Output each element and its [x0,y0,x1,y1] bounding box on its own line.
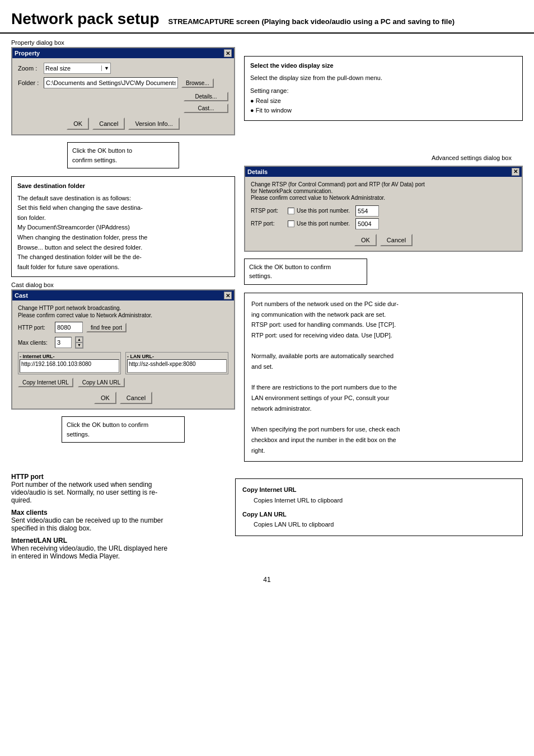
property-buttons-row: OK Cancel Version Info... [18,118,228,130]
browse-button[interactable]: Browse... [181,78,214,88]
spinner-up[interactable]: ▲ [76,337,83,342]
right-column: Select the video display size Select the… [244,39,523,462]
port-info-line-8: If there are restrictions to the port nu… [251,382,516,393]
rtp-checkbox[interactable] [288,220,294,227]
copy-lan-button[interactable]: Copy LAN URL [78,378,125,387]
copy-internet-desc: Copies Internet URL to clipboard [242,495,516,506]
cast-ok-button[interactable]: OK [94,392,116,404]
advanced-close-button[interactable]: ✕ [512,168,519,176]
main-content: Property dialog box Property ✕ Zoom : Re… [0,34,534,467]
max-clients-input[interactable] [55,337,72,348]
copy-buttons-row: Copy Internet URL Copy LAN URL [18,378,228,387]
http-port-label: HTTP port: [18,325,51,331]
page-number: 41 [263,576,270,584]
advanced-annotation-text: Click the OK button to confirm settings. [249,264,331,280]
http-port-line-0: Port number of the network used when sen… [11,481,224,489]
advanced-cancel-button[interactable]: Cancel [380,234,413,246]
spinner-down[interactable]: ▼ [76,342,83,348]
advanced-dialog-title: Details [247,168,268,175]
find-free-port-button[interactable]: find free port [86,323,127,332]
rtp-checkbox-label: Use this port number. [297,220,350,227]
port-info-line-5: Normally, available ports are automatica… [251,351,516,361]
property-cancel-button[interactable]: Cancel [92,118,125,130]
rtsp-value-input[interactable] [355,205,379,217]
property-close-button[interactable]: ✕ [224,49,232,57]
http-port-input[interactable] [55,322,83,333]
advanced-dialog-titlebar: Details ✕ [245,167,522,177]
property-dialog-title: Property [15,50,40,57]
copy-lan-title: Copy LAN URL [242,509,516,520]
max-clients-section: Max clients Sent video/audio can be rece… [11,509,224,532]
rtsp-row: RTSP port: Use this port number. [251,205,516,217]
save-dest-box: Save destination folder The default save… [11,176,235,277]
folder-label: Folder : [18,79,40,86]
property-ok-button[interactable]: OK [67,118,89,130]
page-subtitle: STREAMCAPTURE screen (Playing back video… [168,17,455,26]
bottom-row: HTTP port Port number of the network use… [11,473,523,565]
port-info-line-14: right. [251,445,516,456]
port-info-line-6: and set. [251,361,516,372]
max-clients-spinner[interactable]: ▲ ▼ [75,336,83,349]
advanced-dialog-label: Advanced settings dialog box [244,154,523,161]
zoom-dropdown[interactable]: Real size ▼ [44,63,111,74]
property-dialog-label: Property dialog box [11,39,235,46]
property-version-button[interactable]: Version Info... [128,118,179,130]
bottom-left-descs: HTTP port Port number of the network use… [11,473,224,565]
cast-dialog-title: Cast [15,292,28,299]
setting-range-label: Setting range: [250,86,517,96]
http-port-line-2: quired. [11,496,224,504]
port-info-line-3: RTP port: used for receiving video data.… [251,330,516,341]
cast-desc2: Please confirm correct value to Network … [18,312,228,318]
copy-lan-desc: Copies LAN URL to clipboard [242,519,516,530]
http-port-section: HTTP port Port number of the network use… [11,473,224,504]
advanced-ok-button[interactable]: OK [354,234,377,246]
rtp-value-input[interactable] [355,218,379,229]
advanced-dialog: Details ✕ Change RTSP (for Control Comma… [244,166,523,252]
cast-dialog-label: Cast dialog box [11,281,235,288]
copy-internet-title: Copy Internet URL [242,485,516,495]
http-port-row: HTTP port: find free port [18,322,228,333]
select-video-title: Select the video display size [250,61,517,71]
internet-lan-line-1: in entered in Windows Media Player. [11,552,224,560]
copy-internet-button[interactable]: Copy Internet URL [18,378,73,387]
cast-annotation-text: Click the OK button to confirm settings. [67,421,148,438]
save-dest-title: Save destination folder [17,181,229,191]
port-info-line-10: network administrator. [251,403,516,414]
property-annotation: Click the OK button to confirm settings. [67,142,179,168]
details-button[interactable]: Details... [184,92,228,101]
select-video-box: Select the video display size Select the… [244,56,523,121]
max-clients-label: Max clients: [18,340,51,346]
save-dest-line-4: When changing the destination folder, pr… [17,233,229,243]
select-video-option1: ● Real size [250,96,517,106]
save-dest-line-6: The changed destination folder will be t… [17,252,229,262]
rtsp-checkbox[interactable] [288,208,294,214]
save-dest-line-0: The default save destination is as follo… [17,194,229,204]
port-info-line-2: RTSP port: used for handling commands. U… [251,320,516,330]
url-groups: - Internet URL- http://192.168.100.103:8… [18,352,228,374]
cast-dialog-body: Change HTTP port network broadcasting. P… [12,300,234,408]
cast-ok-cancel-row: OK Cancel [18,392,228,404]
property-dialog-titlebar: Property ✕ [12,48,234,58]
property-dialog: Property ✕ Zoom : Real size ▼ Folder : B… [11,47,235,135]
advanced-ok-cancel-row: OK Cancel [251,234,516,246]
internet-lan-title: Internet/LAN URL [11,537,224,544]
internet-lan-section: Internet/LAN URL When receiving video/au… [11,537,224,560]
cast-desc1: Change HTTP port network broadcasting. [18,305,228,311]
zoom-dropdown-arrow: ▼ [101,65,109,71]
folder-input[interactable] [44,77,178,88]
max-clients-title: Max clients [11,509,224,516]
port-info-line-9: LAN environment settings of your PC, con… [251,393,516,403]
rtp-label: RTP port: [251,220,285,227]
property-annotation-text: Click the OK button to confirm settings. [72,147,132,163]
max-clients-row: Max clients: ▲ ▼ [18,336,228,349]
advanced-desc3: Please confirm correct value to Network … [251,195,516,201]
page-number-container: 41 [0,576,534,584]
cast-dialog-titlebar: Cast ✕ [12,290,234,300]
folder-row: Folder : Browse... [18,77,228,88]
internet-url-value: http://192.168.100.103:8080 [20,359,119,373]
cast-close-button[interactable]: ✕ [224,292,232,299]
advanced-annotation: Click the OK button to confirm settings. [244,259,367,285]
cast-button[interactable]: Cast... [184,104,228,113]
cast-cancel-button[interactable]: Cancel [120,392,152,404]
max-clients-line-0: Sent video/audio can be received up to t… [11,516,224,524]
